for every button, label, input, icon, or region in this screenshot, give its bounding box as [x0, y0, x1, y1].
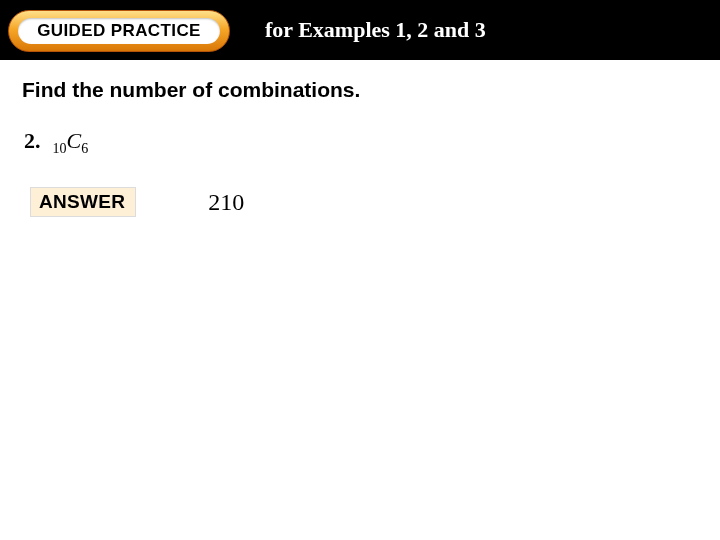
combination-notation: 10C6: [53, 128, 89, 157]
header-bar: GUIDED PRACTICE for Examples 1, 2 and 3: [0, 0, 720, 60]
combination-r: 6: [81, 141, 88, 156]
problem-number: 2.: [24, 128, 41, 154]
guided-practice-pill: GUIDED PRACTICE: [8, 10, 230, 52]
problem-row: 2. 10C6: [22, 128, 698, 157]
answer-label: ANSWER: [30, 187, 136, 217]
content-area: Find the number of combinations. 2. 10C6…: [0, 60, 720, 217]
header-subtitle: for Examples 1, 2 and 3: [265, 0, 486, 60]
problem-prompt: Find the number of combinations.: [22, 78, 698, 102]
combination-symbol: C: [67, 128, 82, 153]
guided-practice-label: GUIDED PRACTICE: [18, 18, 220, 44]
combination-n: 10: [53, 141, 67, 156]
answer-row: ANSWER 210: [22, 187, 698, 217]
answer-value: 210: [208, 189, 244, 216]
